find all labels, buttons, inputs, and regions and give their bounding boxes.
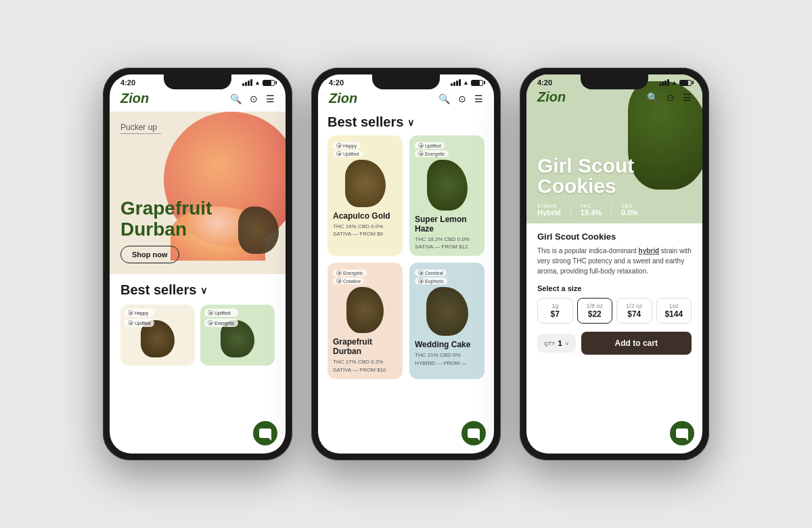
signal-icon-3 (659, 79, 669, 86)
card-name-lemon: Super Lemon Haze (415, 215, 479, 234)
chevron-icon-1[interactable]: ∨ (200, 285, 207, 296)
product-card-1[interactable]: Happy Uplifted (120, 305, 195, 366)
search-icon-2[interactable]: 🔍 (438, 93, 450, 104)
cart-icon-2[interactable]: ⊙ (458, 93, 466, 104)
qty-selector[interactable]: QTY 1 ∨ (537, 334, 576, 353)
effect-energetic-g: Energetic (333, 269, 367, 276)
size-half[interactable]: 1/2 oz $74 (616, 298, 652, 324)
logo-3: Zion (537, 89, 566, 105)
best-sellers-header-2: Best sellers ∨ (318, 112, 494, 135)
size-oz[interactable]: 1oz $144 (656, 298, 692, 324)
hero-product-title-3: Girl Scout Cookies (537, 156, 634, 196)
battery-icon-2 (471, 80, 483, 86)
search-icon-3[interactable]: 🔍 (647, 92, 658, 103)
status-icons-2: ▲ (451, 79, 483, 86)
product-name-3: Girl Scout Cookies (537, 232, 692, 242)
product-detail-3: Girl Scout Cookies This is a popular ind… (526, 223, 702, 363)
nav-bar-1: Zion 🔍 ⊙ ☰ (110, 88, 286, 112)
card-name-acapulco: Acapulco Gold (333, 211, 397, 221)
stat-cbd: CBD 0.0% (621, 204, 638, 217)
hero-product-title: Grapefruit Durban (120, 198, 212, 240)
signal-icon-2 (451, 79, 461, 86)
card-name-wedding: Wedding Cake (415, 340, 479, 349)
phones-container: 4:20 ▲ Zion 🔍 (83, 47, 729, 481)
effect-creative-g: Creative (333, 278, 364, 284)
phone-1: 4:20 ▲ Zion 🔍 (103, 68, 292, 460)
stat-thc: THC 19.4% (581, 204, 602, 217)
cart-icon-1[interactable]: ⊙ (250, 93, 258, 104)
nav-bar-3: Zion 🔍 ⊙ ☰ (526, 87, 702, 110)
battery-icon-3 (679, 80, 692, 86)
hero-section-3: 4:20 ▲ Zion 🔍 ⊙ ☰ (526, 74, 702, 223)
qty-chevron-icon[interactable]: ∨ (565, 340, 569, 347)
logo-2: Zion (329, 91, 357, 106)
effect-badge-happy: Happy (125, 309, 154, 317)
shop-now-button[interactable]: Shop now (120, 246, 179, 263)
effect-uplifted-a: Uplifted (333, 150, 363, 157)
product-card-acapulco[interactable]: Happy Uplifted Acapulco Gold THC 19% CBD… (328, 135, 403, 256)
hero-tagline: Pucker up (120, 123, 157, 132)
description-highlight: hybrid (639, 247, 660, 255)
nav-icons-1: 🔍 ⊙ ☰ (230, 93, 275, 104)
nug-wedding (426, 287, 468, 336)
effect-uplifted-l: Uplifted (415, 142, 445, 149)
effect-badges-1: Happy Uplifted (125, 309, 154, 327)
battery-icon-1 (263, 80, 275, 86)
menu-icon-1[interactable]: ☰ (266, 93, 275, 104)
product-card-grapefruit[interactable]: Energetic Creative Grapefruit Durban THC… (328, 263, 403, 378)
product-card-lemon[interactable]: Uplifted Energetic Super Lemon Haze THC … (409, 135, 484, 256)
size-eighth[interactable]: 1/8 oz $22 (577, 298, 613, 324)
size-label-3: Select a size (537, 284, 692, 292)
effect-badge-energetic: Energetic (204, 319, 238, 327)
effect-badges-wedding: Cerebral Euphoric (415, 269, 479, 284)
product-card-wedding[interactable]: Cerebral Euphoric Wedding Cake THC 21% C… (409, 263, 484, 378)
effect-euphoric-w: Euphoric (415, 278, 447, 284)
chat-bubble-1[interactable] (253, 421, 277, 445)
effect-badge-uplifted: Uplifted (125, 319, 154, 327)
best-sellers-title-1: Best sellers ∨ (120, 282, 275, 298)
chat-bubble-3[interactable] (670, 421, 694, 445)
stat-strain: STRAIN Hybrid (537, 204, 561, 217)
notch-1 (164, 74, 231, 89)
chevron-icon-2[interactable]: ∨ (407, 117, 414, 128)
product-description-3: This is a popular indica-dominant hybrid… (537, 246, 692, 276)
product-card-2[interactable]: Uplifted Energetic (200, 305, 275, 366)
card-info-grapefruit: THC 17% CBD 0.2% SATIVA — FROM $10 (333, 358, 397, 373)
cart-icon-3[interactable]: ⊙ (667, 92, 675, 103)
card-info-acapulco: THC 19% CBD 0.0% SATIVA — FROM $9 (333, 223, 397, 238)
chat-icon-1 (259, 428, 271, 438)
stat-divider-2 (611, 204, 612, 217)
size-1g[interactable]: 1g $7 (537, 298, 573, 324)
add-to-cart-button[interactable]: Add to cart (581, 332, 692, 355)
notch-2 (372, 74, 440, 89)
wifi-icon-3: ▲ (671, 79, 677, 86)
status-time-2: 4:20 (329, 79, 344, 87)
menu-icon-2[interactable]: ☰ (474, 93, 483, 104)
nav-icons-3: 🔍 ⊙ ☰ (647, 92, 692, 103)
search-icon-1[interactable]: 🔍 (230, 93, 242, 104)
best-sellers-title-2: Best sellers ∨ (328, 114, 484, 130)
effect-cerebral-w: Cerebral (415, 269, 447, 276)
status-icons-1: ▲ (242, 79, 275, 86)
effect-energetic-l: Energetic (415, 150, 449, 157)
add-to-cart-row: QTY 1 ∨ Add to cart (537, 332, 692, 355)
status-icons-3: ▲ (659, 79, 692, 86)
menu-icon-3[interactable]: ☰ (683, 92, 692, 103)
chat-icon-2 (468, 428, 480, 438)
wifi-icon-1: ▲ (254, 79, 261, 86)
logo-1: Zion (120, 91, 149, 106)
effect-badges-acapulco: Happy Uplifted (333, 142, 397, 157)
status-time-3: 4:20 (537, 79, 552, 87)
notch-3 (581, 74, 648, 89)
chat-bubble-2[interactable] (461, 421, 486, 445)
stat-divider-1 (570, 204, 571, 217)
card-info-lemon: THC 18.2% CBD 0.0% SATIVA — FROM $12 (415, 236, 479, 250)
phone-2: 4:20 ▲ Zion 🔍 ⊙ ☰ Be (311, 68, 501, 460)
card-info-wedding: THC 21% CBD 0% HYBRID — FROM — (415, 351, 479, 366)
best-sellers-section-1: Best sellers ∨ Happy Uplifted (110, 274, 286, 371)
nug-acapulco (345, 160, 386, 207)
product-grid-1: Happy Uplifted (120, 305, 275, 366)
hero-section-1: Pucker up Grapefruit Durban Shop now (110, 112, 286, 274)
status-time-1: 4:20 (120, 79, 135, 87)
effect-badge-uplifted2: Uplifted (204, 309, 238, 317)
